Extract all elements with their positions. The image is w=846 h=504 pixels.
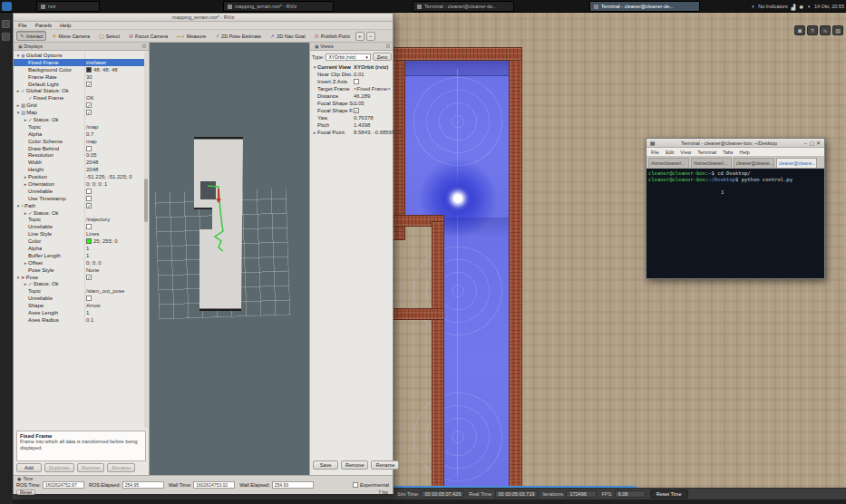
taskbar-window-button[interactable]: Terminal - cleaner@cleaner-de... xyxy=(413,1,514,12)
menu-file[interactable]: File xyxy=(18,23,27,28)
tree-row[interactable]: Width2048 xyxy=(14,159,144,166)
property-value[interactable]: 25; 255; 0 xyxy=(86,237,118,245)
property-value[interactable]: 0.05 xyxy=(86,151,97,159)
tree-row[interactable]: ▾Current ViewXYOrbit (rviz) xyxy=(310,63,394,71)
scrollbar-thumb[interactable] xyxy=(144,179,148,222)
views-panel-header[interactable]: ▣ Views ⊡ xyxy=(310,43,393,51)
volume-icon[interactable]: ◖ xyxy=(807,4,811,9)
rviz-titlebar[interactable]: mapping_terrain.rviz* - RViz xyxy=(14,14,393,22)
dock-icon[interactable] xyxy=(2,20,10,28)
tree-row[interactable]: Near Clip Dist...0.01 xyxy=(310,71,394,78)
terminal-menu-view[interactable]: View xyxy=(680,150,691,155)
tree-row[interactable]: Yaw0.76378 xyxy=(310,114,394,121)
menu-help[interactable]: Help xyxy=(60,23,71,28)
tree-row[interactable]: Axes Radius0.1 xyxy=(14,316,144,324)
tree-row[interactable]: Invert Z Axis xyxy=(310,78,394,85)
tool-2d-pose-estimate[interactable]: ↗2D Pose Estimate xyxy=(211,31,265,41)
taskbar-window-button[interactable]: rviz xyxy=(36,1,100,12)
checkbox-unchecked[interactable] xyxy=(86,146,92,151)
property-value[interactable]: 0.7 xyxy=(86,131,93,138)
property-value[interactable] xyxy=(86,188,92,195)
checkbox-checked[interactable]: ✓ xyxy=(354,108,359,113)
property-value[interactable] xyxy=(354,78,359,85)
color-swatch[interactable] xyxy=(86,67,92,73)
property-value[interactable]: Arrow xyxy=(86,302,101,309)
save-button[interactable]: Save xyxy=(313,460,338,470)
property-value[interactable]: 0.1 xyxy=(86,316,93,324)
property-value[interactable]: -51.225; -51.225; 0 xyxy=(86,173,132,180)
tree-row[interactable]: ✓Fixed FrameOK xyxy=(14,94,144,102)
property-value[interactable]: ✓ xyxy=(86,109,92,116)
property-value[interactable] xyxy=(86,195,92,202)
tree-row[interactable]: Background Color48; 48; 48 xyxy=(14,66,144,73)
terminal-tab[interactable]: /home/cleaner/... xyxy=(648,158,689,168)
menu-panels[interactable]: Panels xyxy=(35,23,52,28)
tree-row[interactable]: ▾≈Path✓ xyxy=(14,202,144,209)
terminal-tab[interactable]: /home/cleaner/... xyxy=(691,158,732,168)
property-value[interactable]: 1 xyxy=(86,245,89,252)
property-value[interactable]: iris/laser xyxy=(86,59,106,66)
property-value[interactable]: OK xyxy=(86,94,94,102)
time-field-value[interactable]: 1602624753.02 xyxy=(193,481,235,489)
tree-row[interactable]: ▾➤Pose✓ xyxy=(14,274,144,281)
view-type-select[interactable]: XYOrbit (rviz) ▾ xyxy=(326,53,370,61)
experimental-checkbox[interactable] xyxy=(353,482,358,488)
tree-row[interactable]: Alpha0.7 xyxy=(14,131,144,138)
property-value[interactable]: 1 xyxy=(86,309,89,316)
property-value[interactable]: /map xyxy=(86,123,98,131)
terminal-menu-help[interactable]: Help xyxy=(740,150,750,155)
dock-icon[interactable] xyxy=(2,33,10,41)
checkbox-unchecked[interactable] xyxy=(354,79,359,84)
zero-button[interactable]: Zero xyxy=(373,53,392,61)
property-value[interactable]: 0.05 xyxy=(354,100,365,107)
plot-icon[interactable]: ∿ xyxy=(820,25,831,35)
tree-row[interactable]: ▸✓Status: Ok xyxy=(14,116,144,123)
tree-row[interactable]: ShapeArrow xyxy=(14,302,144,309)
property-value[interactable]: 0; 0; 0; 1 xyxy=(86,180,107,188)
property-value[interactable]: ✓ xyxy=(86,202,92,209)
tree-row[interactable]: Unreliable xyxy=(14,188,144,195)
tree-row[interactable]: Unreliable xyxy=(14,295,144,302)
property-value[interactable]: 0.01 xyxy=(354,71,365,78)
tree-row[interactable]: Draw Behind xyxy=(14,145,144,152)
property-value[interactable]: None xyxy=(86,267,99,274)
network-icon[interactable]: ▟ xyxy=(792,4,796,10)
property-value[interactable]: 2048 xyxy=(86,159,98,166)
property-value[interactable]: map xyxy=(86,138,97,145)
checkbox-checked[interactable]: ✓ xyxy=(86,275,92,280)
robot[interactable] xyxy=(453,194,462,203)
maximize-icon[interactable]: ▢ xyxy=(809,140,815,146)
property-value[interactable]: 0.76378 xyxy=(354,114,374,121)
remove-tool-button[interactable]: − xyxy=(366,32,375,41)
tree-row[interactable]: Frame Rate30 xyxy=(14,73,144,81)
tree-row[interactable]: Default Light✓ xyxy=(14,81,144,88)
tree-row[interactable]: Focal Shape F...✓ xyxy=(310,107,394,114)
time-field-value[interactable]: 1602624752.97 xyxy=(43,481,84,489)
tree-row[interactable]: Color25; 255; 0 xyxy=(14,237,144,245)
tree-row[interactable]: ▸Orientation0; 0; 0; 1 xyxy=(14,180,144,188)
tree-row[interactable]: Topic/trajectory xyxy=(14,216,144,223)
tool-publish-point[interactable]: ⊙Publish Point xyxy=(311,31,354,41)
tree-row[interactable]: ▸✓Status: Ok xyxy=(14,209,144,217)
terminal-tab[interactable]: cleaner@cleane... xyxy=(734,158,774,168)
add-tool-button[interactable]: + xyxy=(355,32,365,41)
checkbox-unchecked[interactable] xyxy=(86,296,92,301)
app-menu-icon[interactable] xyxy=(2,2,12,11)
tool-move-camera[interactable]: ✛Move Camera xyxy=(48,31,93,41)
tree-row[interactable]: Pose StyleNone xyxy=(14,267,144,274)
minimize-icon[interactable]: − xyxy=(802,141,809,146)
tree-row[interactable]: ▸✓Global Status: Ok xyxy=(14,87,144,94)
tool-measure[interactable]: ⟷Measure xyxy=(173,31,209,41)
close-icon[interactable]: ✕ xyxy=(815,140,822,146)
terminal-tab[interactable]: cleaner@cleane... xyxy=(776,158,817,168)
property-value[interactable]: Lines xyxy=(86,230,99,237)
tree-row[interactable]: ▸Focal Point8.5843; -0.68565; 0 xyxy=(310,129,394,136)
tree-row[interactable]: Target Frame<Fixed Frame> xyxy=(310,85,394,92)
tree-row[interactable]: Height2048 xyxy=(14,166,144,173)
time-reset-button[interactable]: Reset xyxy=(16,489,35,495)
tree-row[interactable]: Pitch1.4398 xyxy=(310,121,394,129)
camera-icon[interactable]: ◙ xyxy=(794,25,805,35)
notification-bell-icon[interactable]: ◗ xyxy=(752,4,755,9)
taskbar-window-button[interactable]: mapping_terrain.rviz* - RViz xyxy=(223,1,334,12)
property-value[interactable]: /slam_out_pose xyxy=(86,287,124,295)
